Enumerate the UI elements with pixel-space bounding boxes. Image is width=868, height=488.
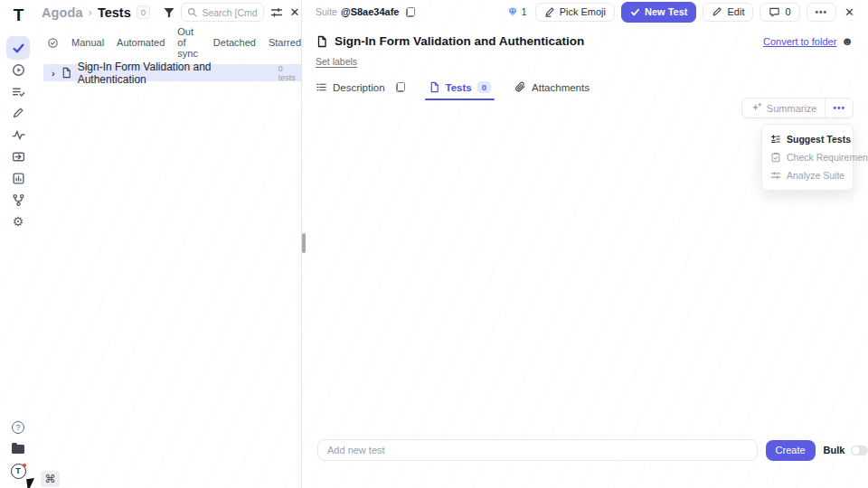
app-root: T (0, 0, 868, 488)
rail-item-draft[interactable] (6, 101, 30, 125)
tab-attachments[interactable]: Attachments (514, 81, 590, 100)
pencil-icon (12, 107, 24, 119)
tab-description-label: Description (333, 82, 385, 93)
filter-tab-automated[interactable]: Automated (117, 37, 165, 48)
check-icon (630, 7, 640, 17)
rail-item-pulse[interactable] (6, 123, 30, 146)
menu-item-suggest-tests[interactable]: Suggest Tests (762, 130, 853, 148)
filter-tab-out-of-sync[interactable]: Out of sync (177, 26, 201, 59)
breadcrumb-project[interactable]: Agoda (42, 5, 83, 20)
suites-panel-header: Agoda › Tests 0 ✕ (36, 0, 301, 24)
file-icon (61, 67, 72, 79)
gem-count: 1 (522, 6, 527, 17)
bulk-toggle[interactable] (851, 446, 868, 455)
create-button[interactable]: Create (766, 440, 816, 461)
list-icon (316, 81, 327, 93)
search-input-wrap[interactable] (181, 3, 264, 22)
suite-title-row: Sign-In Form Validation and Authenticati… (302, 34, 868, 48)
sparkles-icon (750, 102, 762, 114)
rail-item-settings[interactable]: ⚙ (6, 210, 30, 233)
chevron-right-icon[interactable]: › (52, 68, 55, 79)
menu-item-analyze-suite[interactable]: Analyze Suite (762, 166, 853, 184)
topbar-actions: 1 Pick Emoji New Test (507, 2, 856, 23)
inbox-arrow-icon (12, 150, 25, 164)
tests-count-badge: 0 (137, 5, 150, 19)
rail-item-projects[interactable] (6, 437, 30, 461)
rail-item-plans[interactable] (6, 80, 30, 103)
bulk-label: Bulk (824, 445, 845, 455)
menu-item-label: Check Requirements (787, 152, 868, 163)
filter-tab-detached[interactable]: Detached (213, 37, 256, 48)
suite-detail-topbar: Suite @S8ae34afe 1 Pick Emoji (302, 0, 868, 23)
suite-detail-panel: Suite @S8ae34afe 1 Pick Emoji (302, 0, 868, 488)
suite-id: @S8ae34afe (341, 6, 400, 17)
ai-dropdown-menu: Suggest Tests Check Requirements Analyze… (761, 124, 854, 191)
play-circle-icon (12, 63, 25, 77)
add-new-test-input[interactable] (317, 439, 758, 461)
avatar: ☻ (841, 35, 854, 47)
tab-attachments-label: Attachments (532, 82, 590, 93)
suite-tree-row[interactable]: › Sign-In Form Validation and Authentica… (43, 64, 301, 81)
file-icon (429, 81, 440, 93)
tab-tests[interactable]: Tests 0 (429, 81, 492, 100)
set-labels-link[interactable]: Set labels (316, 56, 357, 67)
filter-tab-starred[interactable]: Starred (269, 37, 301, 48)
suite-label: Suite (316, 6, 337, 17)
comment-bubble-icon (769, 6, 780, 18)
keyboard-shortcut-button[interactable]: ⌘ (41, 471, 60, 487)
rail-item-analytics[interactable] (6, 166, 30, 190)
breadcrumb-separator: › (89, 5, 92, 19)
pick-emoji-button[interactable]: Pick Emoji (535, 3, 615, 22)
summarize-more-button[interactable]: ••• (825, 99, 853, 117)
rail-item-help[interactable]: ? (6, 416, 30, 439)
status-filter-icon[interactable] (47, 36, 59, 49)
summarize-label: Summarize (767, 103, 817, 114)
edit-button[interactable]: Edit (703, 3, 753, 22)
suite-row-title: Sign-In Form Validation and Authenticati… (78, 61, 273, 86)
rail-item-tests[interactable] (6, 36, 30, 60)
analyze-sliders-icon (770, 170, 781, 181)
menu-item-check-requirements[interactable]: Check Requirements (762, 148, 853, 166)
summarize-button[interactable]: Summarize (742, 99, 826, 117)
emoji-pencil-icon (544, 6, 555, 17)
folder-icon (12, 445, 24, 454)
filter-tab-manual[interactable]: Manual (71, 37, 104, 48)
comments-button[interactable]: 0 (760, 3, 799, 22)
close-detail-icon[interactable]: ✕ (843, 5, 856, 19)
search-icon (187, 7, 197, 17)
summarize-group: Summarize ••• (741, 98, 854, 118)
copy-suite-id-icon[interactable] (406, 7, 415, 17)
adjustments-icon[interactable] (269, 5, 282, 21)
pick-emoji-label: Pick Emoji (560, 6, 606, 17)
chart-panel-icon (12, 172, 25, 185)
gem-icon (507, 6, 518, 17)
close-panel-icon[interactable]: ✕ (288, 5, 301, 21)
pulse-icon (12, 128, 25, 142)
tab-tests-label: Tests (446, 82, 472, 93)
comments-count: 0 (785, 6, 790, 17)
convert-to-folder-link[interactable]: Convert to folder (763, 36, 836, 47)
convert-wrap: Convert to folder ☻ (763, 35, 854, 47)
filter-funnel-icon[interactable] (163, 5, 175, 21)
tab-description[interactable]: Description (316, 81, 405, 100)
copy-description-icon[interactable] (396, 82, 405, 92)
paperclip-icon (514, 81, 526, 93)
topbar-more-button[interactable]: ••• (807, 3, 837, 22)
breadcrumb-section[interactable]: Tests (98, 5, 131, 20)
file-icon (316, 35, 328, 48)
clipboard-check-icon (770, 152, 781, 163)
suites-panel: Agoda › Tests 0 ✕ Manual Automat (36, 0, 301, 488)
search-input[interactable] (202, 7, 258, 18)
list-check-icon (12, 85, 25, 99)
suite-title: Sign-In Form Validation and Authenticati… (335, 34, 584, 48)
add-test-footer: Create Bulk (302, 439, 868, 461)
rail-item-branches[interactable] (6, 188, 30, 211)
edit-label: Edit (727, 6, 744, 17)
rail-item-runs[interactable] (6, 58, 30, 81)
credits-indicator: 1 (507, 6, 527, 17)
suite-row-meta: 0 tests (278, 64, 301, 82)
icon-rail: T (0, 0, 36, 488)
new-test-button[interactable]: New Test (621, 2, 696, 23)
menu-item-label: Analyze Suite (787, 170, 844, 181)
rail-item-import[interactable] (6, 145, 30, 168)
